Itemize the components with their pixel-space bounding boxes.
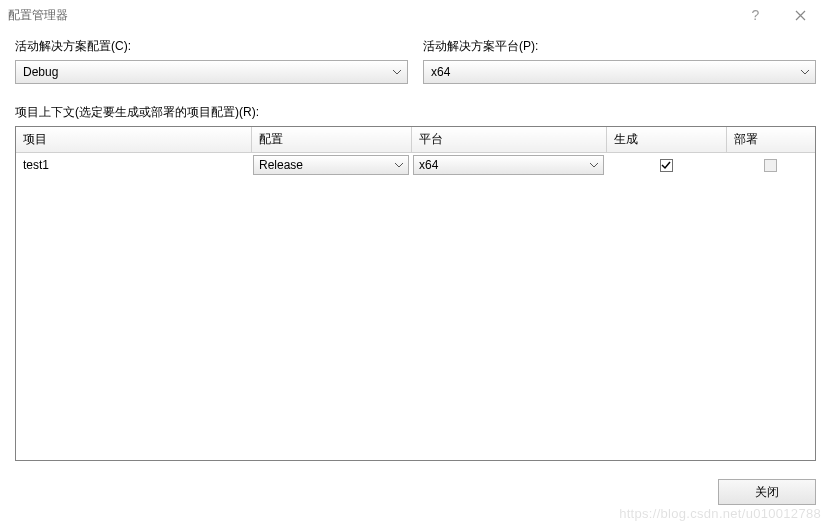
project-name: test1 bbox=[18, 158, 49, 172]
solution-config-label: 活动解决方案配置(C): bbox=[15, 38, 408, 55]
header-platform[interactable]: 平台 bbox=[411, 127, 606, 153]
chevron-down-icon bbox=[388, 70, 405, 75]
header-build[interactable]: 生成 bbox=[606, 127, 726, 153]
solution-config-dropdown[interactable]: Debug bbox=[15, 60, 408, 84]
check-icon bbox=[661, 160, 671, 170]
chevron-down-icon bbox=[585, 163, 602, 168]
row-config-value: Release bbox=[259, 158, 390, 172]
solution-config-group: 活动解决方案配置(C): Debug bbox=[15, 38, 408, 84]
solution-platform-value: x64 bbox=[431, 65, 796, 79]
titlebar-controls: ? bbox=[733, 0, 823, 30]
cell-config: Release bbox=[251, 153, 411, 178]
cell-deploy bbox=[726, 153, 815, 178]
titlebar: 配置管理器 ? bbox=[0, 0, 831, 30]
project-context-label: 项目上下文(选定要生成或部署的项目配置)(R): bbox=[15, 104, 816, 121]
chevron-down-icon bbox=[390, 163, 407, 168]
row-config-dropdown[interactable]: Release bbox=[253, 155, 409, 175]
build-checkbox[interactable] bbox=[660, 159, 673, 172]
project-table: 项目 配置 平台 生成 部署 test1 Release bbox=[16, 127, 815, 177]
window-title: 配置管理器 bbox=[8, 7, 733, 24]
solution-platform-dropdown[interactable]: x64 bbox=[423, 60, 816, 84]
table-row: test1 Release x64 bbox=[16, 153, 815, 178]
row-platform-dropdown[interactable]: x64 bbox=[413, 155, 604, 175]
chevron-down-icon bbox=[796, 70, 813, 75]
solution-selects: 活动解决方案配置(C): Debug 活动解决方案平台(P): x64 bbox=[15, 38, 816, 84]
header-project[interactable]: 项目 bbox=[16, 127, 251, 153]
header-config[interactable]: 配置 bbox=[251, 127, 411, 153]
header-deploy[interactable]: 部署 bbox=[726, 127, 815, 153]
deploy-checkbox bbox=[764, 159, 777, 172]
cell-platform: x64 bbox=[411, 153, 606, 178]
cell-project: test1 bbox=[16, 153, 251, 178]
solution-config-value: Debug bbox=[23, 65, 388, 79]
project-table-container: 项目 配置 平台 生成 部署 test1 Release bbox=[15, 126, 816, 461]
row-platform-value: x64 bbox=[419, 158, 585, 172]
help-button[interactable]: ? bbox=[733, 0, 778, 30]
close-icon bbox=[795, 10, 806, 21]
close-window-button[interactable] bbox=[778, 0, 823, 30]
dialog-footer: 关闭 bbox=[15, 479, 816, 505]
solution-platform-label: 活动解决方案平台(P): bbox=[423, 38, 816, 55]
solution-platform-group: 活动解决方案平台(P): x64 bbox=[423, 38, 816, 84]
cell-build bbox=[606, 153, 726, 178]
dialog-content: 活动解决方案配置(C): Debug 活动解决方案平台(P): x64 项目上下… bbox=[0, 30, 831, 520]
help-icon: ? bbox=[752, 7, 760, 23]
table-header-row: 项目 配置 平台 生成 部署 bbox=[16, 127, 815, 153]
close-button[interactable]: 关闭 bbox=[718, 479, 816, 505]
